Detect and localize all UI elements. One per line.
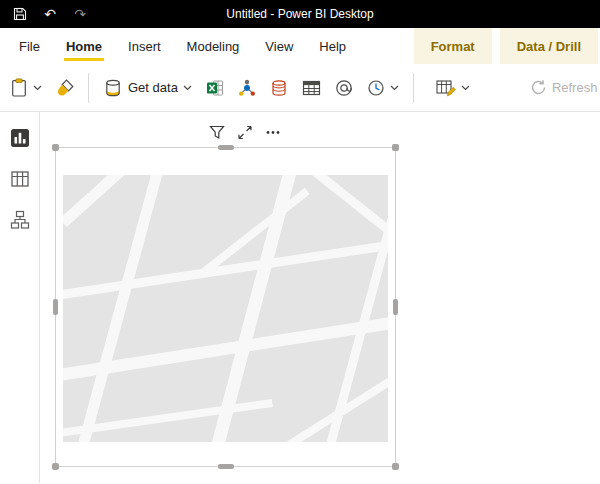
menu-view-label: View — [265, 39, 293, 54]
dataverse-icon — [335, 79, 353, 97]
resize-handle-bottom-left[interactable] — [52, 463, 59, 470]
transform-data-button[interactable] — [436, 79, 470, 97]
more-options-icon — [265, 125, 281, 140]
quick-access-toolbar: ↶ ↷ — [0, 3, 91, 25]
chevron-down-icon — [33, 85, 42, 91]
redo-icon: ↷ — [74, 7, 86, 21]
dataverse-button[interactable] — [335, 79, 353, 97]
data-hub-button[interactable] — [238, 79, 256, 97]
chevron-down-icon — [183, 85, 192, 91]
save-button[interactable] — [9, 3, 31, 25]
menu-insert-label: Insert — [128, 39, 161, 54]
contextual-tabs: Format Data / Drill — [414, 28, 600, 64]
resize-handle-left[interactable] — [53, 299, 58, 315]
menu-home[interactable]: Home — [53, 28, 115, 64]
data-hub-icon — [238, 79, 256, 97]
enter-data-table-icon — [302, 79, 321, 97]
resize-handle-top[interactable] — [218, 145, 234, 150]
resize-handle-bottom-right[interactable] — [392, 463, 399, 470]
refresh-label: Refresh — [552, 80, 598, 95]
sql-server-button[interactable] — [270, 79, 288, 97]
ribbon-separator — [413, 73, 414, 103]
clipboard-icon — [10, 78, 28, 97]
tab-data-drill-label: Data / Drill — [517, 39, 581, 54]
resize-handle-right[interactable] — [393, 299, 398, 315]
map-visual[interactable] — [55, 147, 396, 467]
get-data-label: Get data — [128, 80, 178, 95]
menu-home-label: Home — [66, 39, 102, 54]
report-view-button[interactable] — [7, 125, 33, 151]
recent-sources-button[interactable] — [367, 79, 399, 97]
menu-view[interactable]: View — [252, 28, 306, 64]
view-switcher — [0, 112, 40, 483]
chevron-down-icon — [390, 85, 399, 91]
model-view-button[interactable] — [7, 207, 33, 233]
menubar: File Home Insert Modeling View Help Form… — [0, 28, 600, 64]
format-painter-icon — [56, 79, 74, 97]
menu-insert[interactable]: Insert — [115, 28, 174, 64]
tab-format-label: Format — [431, 39, 475, 54]
focus-mode-button[interactable] — [236, 124, 254, 140]
refresh-button[interactable]: Refresh — [530, 79, 598, 96]
resize-handle-bottom[interactable] — [218, 464, 234, 469]
save-icon — [13, 7, 27, 21]
refresh-icon — [530, 79, 547, 96]
table-view-button[interactable] — [7, 166, 33, 192]
database-icon — [103, 78, 123, 98]
workspace — [0, 112, 600, 483]
enter-data-button[interactable] — [302, 79, 321, 97]
filter-button[interactable] — [208, 124, 226, 140]
map-image — [63, 175, 388, 442]
recent-sources-clock-icon — [367, 79, 385, 97]
sql-server-icon — [270, 79, 288, 97]
menu-help-label: Help — [319, 39, 346, 54]
menu-help[interactable]: Help — [306, 28, 359, 64]
excel-workbook-button[interactable] — [206, 79, 224, 97]
focus-mode-icon — [237, 125, 253, 140]
ribbon-separator — [88, 73, 89, 103]
format-painter-button[interactable] — [56, 79, 74, 97]
excel-workbook-icon — [206, 79, 224, 97]
titlebar: ↶ ↷ Untitled - Power BI Desktop — [0, 0, 600, 28]
redo-button[interactable]: ↷ — [69, 3, 91, 25]
undo-icon: ↶ — [44, 7, 56, 21]
table-view-icon — [10, 169, 30, 189]
menu-file-label: File — [19, 39, 40, 54]
model-view-icon — [10, 210, 30, 230]
ribbon: Get data — [0, 64, 600, 112]
menu-modeling-label: Modeling — [187, 39, 240, 54]
resize-handle-top-right[interactable] — [392, 144, 399, 151]
tab-data-drill[interactable]: Data / Drill — [500, 28, 598, 64]
paste-button[interactable] — [10, 78, 42, 97]
transform-data-icon — [436, 79, 456, 97]
report-canvas[interactable] — [40, 112, 600, 483]
menu-modeling[interactable]: Modeling — [174, 28, 253, 64]
report-view-icon — [10, 128, 30, 148]
visual-header-toolbar — [208, 124, 282, 140]
get-data-button[interactable]: Get data — [103, 78, 192, 98]
undo-button[interactable]: ↶ — [39, 3, 61, 25]
filter-icon — [209, 125, 225, 140]
chevron-down-icon — [461, 85, 470, 91]
menu-file[interactable]: File — [6, 28, 53, 64]
tab-format[interactable]: Format — [414, 28, 492, 64]
more-options-button[interactable] — [264, 124, 282, 140]
resize-handle-top-left[interactable] — [52, 144, 59, 151]
